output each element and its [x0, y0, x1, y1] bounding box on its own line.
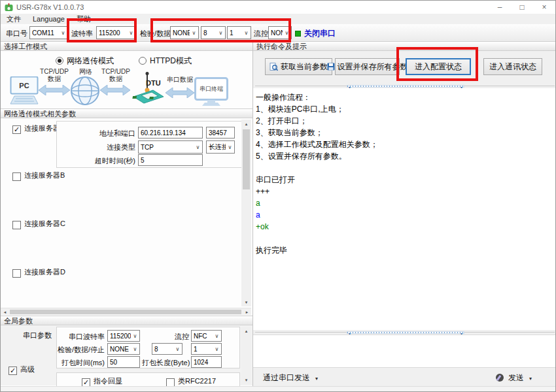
arrow-network-dtu: [100, 85, 130, 95]
terminal-line: 串口已打开: [256, 174, 554, 186]
timeout-label: 超时时间(秒): [57, 156, 135, 166]
menu-language[interactable]: Language: [27, 15, 71, 23]
global-params-section-header: 全局参数: [1, 316, 252, 325]
arrow-pc-network: [39, 85, 70, 95]
left-panel: 选择工作模式 网络透传模式 HTTPD模式 TCP/UDP数据 网络 TCP/U…: [1, 41, 252, 386]
rfc2217-checkbox[interactable]: ✓类RFC2217: [166, 376, 216, 387]
bottom-strip: [1, 386, 555, 392]
advanced-checkbox[interactable]: ✓高级: [9, 365, 35, 375]
terminal-line: [256, 162, 554, 174]
terminal-line: +++: [256, 186, 554, 197]
scrollbar-thumb[interactable]: [243, 129, 250, 189]
tcpudp-data-label-1: TCP/UDP数据: [39, 68, 70, 82]
net-params-section-header: 网络透传模式相关参数: [1, 108, 252, 118]
send-via-serial-button[interactable]: 通过串口发送▾: [263, 372, 318, 384]
terminal-line: 一般操作流程：: [256, 91, 554, 103]
get-params-button[interactable]: 获取当前参数: [265, 58, 332, 75]
terminal-line: 4、选择工作模式及配置相关参数；: [256, 139, 554, 150]
g-stopbits-select[interactable]: 1∨: [191, 343, 222, 355]
terminal-line: 执行完毕: [256, 244, 554, 256]
terminal-line: 1、模块连PC串口,上电；: [256, 103, 554, 115]
right-panel: 执行命令及提示 获取当前参数 设置并保存所有参数 进: [252, 41, 556, 386]
send-button[interactable]: 发送▾: [496, 372, 532, 384]
chevron-down-icon: ∨: [173, 346, 182, 352]
conn-type-select[interactable]: TCP∨: [138, 140, 203, 154]
terminal-line: 3、获取当前参数；: [256, 127, 554, 139]
flow-select[interactable]: NONE∨: [268, 26, 292, 39]
tcpudp-data-label-2: TCP/UDP数据: [100, 68, 131, 82]
radio-httpd-mode[interactable]: HTTPD模式: [139, 56, 192, 67]
scroll-right-icon[interactable]: ▸: [243, 308, 251, 316]
close-port-label: 关闭串口: [304, 28, 336, 39]
close-port-button[interactable]: 关闭串口: [295, 28, 336, 39]
server-a-port-input[interactable]: [206, 127, 235, 139]
conn-type-label: 连接类型: [57, 142, 135, 152]
work-mode-section-header: 选择工作模式: [1, 41, 252, 51]
enter-config-button[interactable]: 进入配置状态: [406, 58, 471, 75]
net-params-vertical-scrollbar[interactable]: ▴ ▾: [241, 120, 251, 306]
enter-comm-button[interactable]: 进入通讯状态: [483, 58, 542, 75]
com-port-select[interactable]: COM11∨: [29, 26, 68, 39]
scroll-left-icon[interactable]: ◂: [1, 308, 9, 316]
stopbits-select[interactable]: 1∨: [227, 26, 251, 39]
menu-help[interactable]: 帮助: [71, 14, 97, 24]
server-a-group: 地址和端口 连接类型 TCP∨ 长连接∨ 超时时间(秒): [56, 121, 243, 168]
server-d-checkbox[interactable]: ✓连接服务器D: [12, 267, 65, 278]
timeout-input[interactable]: [138, 154, 203, 166]
dtu-label: DTU: [146, 79, 161, 87]
g-parity-select[interactable]: NONE∨: [107, 343, 140, 355]
scrollbar-thumb[interactable]: [10, 310, 241, 314]
exec-section-header: 执行命令及提示: [253, 41, 556, 51]
chevron-down-icon: ▾: [529, 376, 532, 382]
window-title: USR-G78x V1.0.0.73: [16, 3, 84, 11]
echo-checkbox[interactable]: ✓指令回显: [82, 376, 122, 387]
addr-port-label: 地址和端口: [57, 129, 135, 139]
chevron-down-icon: ∨: [190, 30, 198, 36]
net-params-horizontal-scrollbar[interactable]: ◂ ▸: [1, 308, 251, 315]
scroll-down-icon[interactable]: ▾: [241, 298, 251, 306]
server-b-checkbox[interactable]: ✓连接服务器B: [12, 171, 65, 181]
baud-select[interactable]: 115200∨: [96, 26, 136, 39]
databits-select[interactable]: 8∨: [201, 26, 226, 39]
work-mode-body: 网络透传模式 HTTPD模式 TCP/UDP数据 网络 TCP/UDP数据 串口…: [1, 51, 252, 108]
terminal-line: +ok: [256, 221, 554, 233]
server-c-checkbox[interactable]: ✓连接服务器C: [12, 219, 65, 229]
close-button[interactable]: ×: [533, 1, 555, 14]
packtime-input[interactable]: [107, 356, 140, 368]
chevron-down-icon: ∨: [283, 30, 291, 36]
serial-terminal-icon: 串口终端: [194, 77, 228, 107]
scroll-up-icon[interactable]: ▴: [241, 120, 251, 128]
g-baud-select[interactable]: 115200∨: [107, 330, 140, 342]
keepalive-select[interactable]: 长连接∨: [206, 140, 235, 154]
global-params-vertical-scrollbar[interactable]: ▴ ▾: [241, 327, 251, 384]
terminal-top-splitter[interactable]: ▾ ▾: [253, 84, 556, 88]
g-baud-label: 串口波特率: [57, 332, 105, 342]
parity-select[interactable]: NONE∨: [170, 26, 199, 39]
svg-text:PC: PC: [19, 82, 29, 90]
radio-transparent-mode[interactable]: 网络透传模式: [56, 56, 114, 67]
scroll-up-icon[interactable]: ▴: [241, 327, 251, 335]
menu-file[interactable]: 文件: [1, 14, 27, 24]
network-label: 网络: [74, 68, 97, 75]
port-status-icon: [295, 31, 301, 37]
search-doc-icon: [269, 63, 278, 71]
scroll-down-icon[interactable]: ▾: [241, 376, 251, 384]
send-input-area[interactable]: [253, 335, 556, 367]
send-bar: 通过串口发送▾ 发送▾: [253, 367, 556, 385]
minimize-button[interactable]: –: [489, 1, 511, 14]
g-databits-select[interactable]: 8∨: [152, 343, 182, 355]
terminal-line: a: [256, 197, 554, 209]
dtu-icon: [130, 71, 166, 106]
packlen-input[interactable]: [191, 356, 222, 368]
server-a-address-input[interactable]: [138, 127, 203, 139]
terminal-output[interactable]: 一般操作流程：1、模块连PC串口,上电；2、打开串口；3、获取当前参数；4、选择…: [253, 88, 556, 330]
terminal-bottom-splitter[interactable]: ▾ ▾: [253, 330, 556, 335]
chevron-down-icon: ∨: [217, 30, 225, 36]
save-params-button[interactable]: 设置并保存所有参数: [335, 58, 400, 75]
chevron-down-icon: ∨: [242, 30, 251, 36]
pc-icon: PC: [9, 76, 39, 105]
g-flow-select[interactable]: NFC∨: [191, 330, 222, 342]
radio-dot: [56, 57, 63, 65]
g-flow-label: 流控: [142, 332, 189, 342]
maximize-button[interactable]: □: [511, 1, 533, 14]
